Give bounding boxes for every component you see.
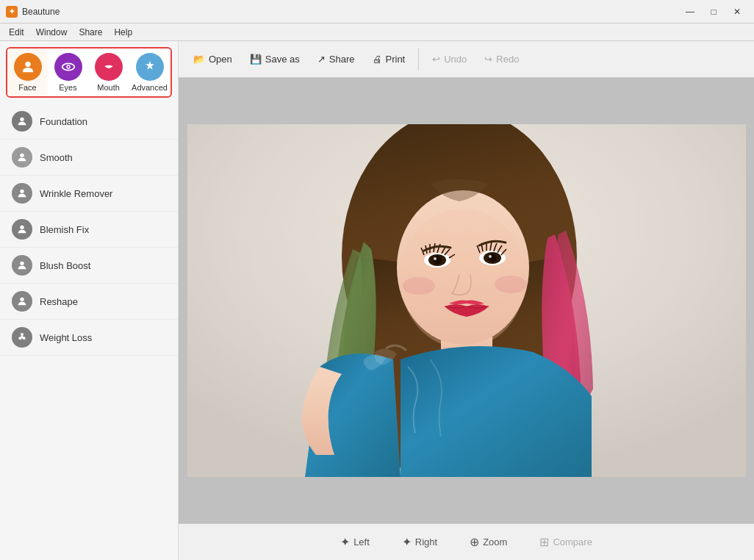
titlebar-left: ✦ Beautune — [6, 6, 60, 18]
tab-eyes-label: Eyes — [59, 83, 76, 92]
svg-point-21 — [433, 256, 442, 265]
tab-face[interactable]: Face — [7, 49, 48, 96]
wrinkle-label: Wrinkle Remover — [40, 188, 112, 199]
share-button[interactable]: ↗ Share — [310, 50, 362, 68]
svg-point-12 — [23, 337, 26, 340]
svg-point-4 — [20, 118, 24, 121]
weight-icon — [12, 327, 32, 348]
bottom-bar: ✦ Left ✦ Right ⊕ Zoom ⊞ Compare — [179, 523, 754, 560]
tab-face-label: Face — [18, 83, 36, 92]
photo-container — [187, 124, 746, 477]
content-area: 📂 Open 💾 Save as ↗ Share 🖨 Print ↩ Undo — [179, 41, 754, 560]
sidebar: Face Eyes M — [0, 41, 179, 560]
sidebar-item-foundation[interactable]: Foundation — [0, 104, 178, 140]
right-button[interactable]: ✦ Right — [393, 531, 446, 553]
svg-point-7 — [20, 226, 24, 229]
menubar: Edit Window Share Help — [0, 24, 754, 41]
compare-label: Compare — [553, 536, 592, 548]
advanced-icon — [136, 53, 164, 81]
image-area — [179, 78, 754, 523]
blemish-label: Blemish Fix — [40, 224, 89, 235]
eyes-icon — [54, 53, 82, 81]
close-button[interactable]: ✕ — [726, 4, 748, 20]
weight-label: Weight Loss — [40, 332, 92, 343]
smooth-icon — [12, 147, 32, 168]
svg-point-9 — [20, 298, 24, 301]
redo-button[interactable]: ↪ Redo — [477, 50, 526, 68]
menu-edit[interactable]: Edit — [3, 26, 30, 39]
photo-svg — [187, 124, 746, 477]
right-label: Right — [415, 536, 437, 548]
mouth-icon — [95, 53, 123, 81]
sidebar-item-wrinkle[interactable]: Wrinkle Remover — [0, 176, 178, 212]
compare-button[interactable]: ⊞ Compare — [531, 531, 600, 553]
blemish-icon — [12, 219, 32, 240]
smooth-label: Smooth — [40, 152, 73, 163]
svg-point-8 — [20, 262, 24, 265]
tab-advanced[interactable]: Advanced — [129, 49, 170, 96]
foundation-icon — [12, 111, 32, 132]
tab-eyes[interactable]: Eyes — [48, 49, 88, 96]
print-icon: 🖨 — [373, 54, 382, 65]
app-icon: ✦ — [6, 6, 18, 18]
sidebar-item-smooth[interactable]: Smooth — [0, 140, 178, 176]
foundation-label: Foundation — [40, 116, 87, 127]
open-label: Open — [209, 54, 232, 65]
reshape-icon — [12, 291, 32, 312]
print-label: Print — [386, 54, 406, 65]
sidebar-item-blemish[interactable]: Blemish Fix — [0, 212, 178, 248]
tab-mouth-label: Mouth — [97, 83, 120, 92]
wrinkle-icon — [12, 183, 32, 204]
sidebar-item-weight[interactable]: Weight Loss — [0, 320, 178, 356]
minimize-button[interactable]: — — [679, 4, 701, 20]
app-body: Face Eyes M — [0, 41, 754, 560]
reshape-label: Reshape — [40, 296, 78, 307]
app-title: Beautune — [22, 7, 60, 17]
zoom-icon: ⊕ — [470, 535, 479, 549]
svg-point-5 — [20, 154, 24, 157]
undo-icon: ↩ — [432, 54, 440, 65]
svg-point-27 — [403, 277, 435, 295]
face-icon — [14, 53, 42, 81]
sidebar-item-blush[interactable]: Blush Boost — [0, 248, 178, 284]
redo-icon: ↪ — [484, 54, 492, 65]
svg-point-3 — [67, 66, 69, 68]
toolbar-separator — [418, 49, 419, 71]
left-icon: ✦ — [340, 535, 350, 549]
share-icon: ↗ — [317, 54, 326, 65]
print-button[interactable]: 🖨 Print — [365, 50, 413, 68]
titlebar: ✦ Beautune — □ ✕ — [0, 0, 754, 24]
svg-point-22 — [434, 257, 437, 260]
svg-point-26 — [489, 255, 492, 258]
menu-share[interactable]: Share — [73, 26, 108, 39]
titlebar-controls: — □ ✕ — [679, 4, 748, 20]
svg-point-25 — [488, 254, 497, 262]
blush-label: Blush Boost — [40, 260, 90, 271]
compare-icon: ⊞ — [539, 535, 549, 549]
blush-icon — [12, 255, 32, 276]
open-icon: 📂 — [193, 54, 205, 65]
undo-button[interactable]: ↩ Undo — [425, 50, 474, 68]
zoom-button[interactable]: ⊕ Zoom — [461, 531, 516, 553]
sidebar-item-reshape[interactable]: Reshape — [0, 284, 178, 320]
redo-label: Redo — [496, 54, 519, 65]
maximize-button[interactable]: □ — [703, 4, 725, 20]
right-icon: ✦ — [402, 535, 412, 549]
left-button[interactable]: ✦ Left — [331, 531, 378, 553]
svg-point-6 — [20, 190, 24, 193]
left-label: Left — [353, 536, 370, 548]
tab-mouth[interactable]: Mouth — [88, 49, 129, 96]
saveas-label: Save as — [265, 54, 300, 65]
toolbar: 📂 Open 💾 Save as ↗ Share 🖨 Print ↩ Undo — [179, 41, 754, 78]
svg-point-0 — [25, 62, 30, 67]
svg-point-28 — [495, 276, 527, 293]
tab-advanced-label: Advanced — [132, 83, 168, 92]
sidebar-menu: Foundation Smooth Wrin — [0, 104, 178, 560]
menu-help[interactable]: Help — [108, 26, 138, 39]
saveas-icon: 💾 — [250, 54, 262, 65]
undo-label: Undo — [444, 54, 467, 65]
open-button[interactable]: 📂 Open — [186, 50, 240, 68]
tab-row: Face Eyes M — [6, 47, 172, 98]
menu-window[interactable]: Window — [30, 26, 73, 39]
saveas-button[interactable]: 💾 Save as — [243, 50, 307, 68]
